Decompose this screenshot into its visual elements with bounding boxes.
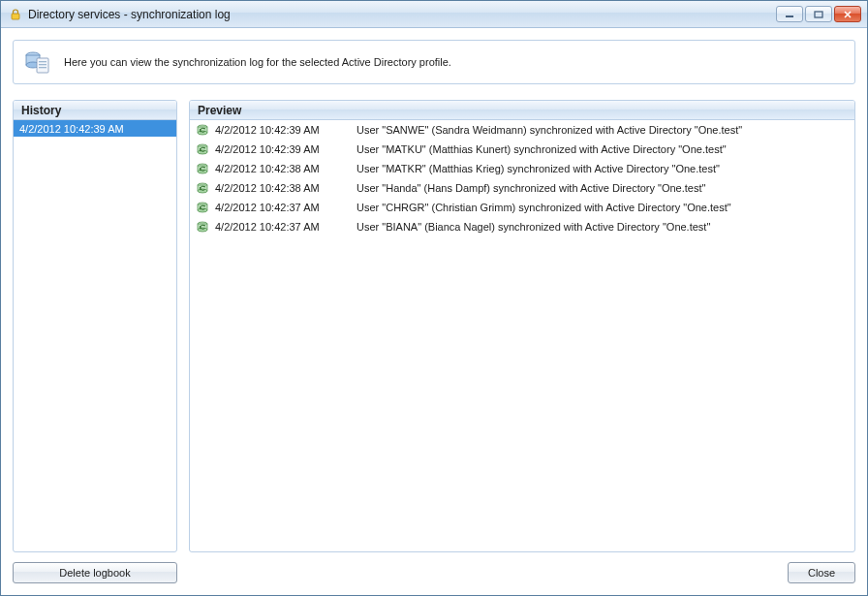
- sync-db-icon: [196, 142, 209, 156]
- row-message: User "SANWE" (Sandra Weidmann) synchroni…: [356, 124, 849, 136]
- svg-rect-1: [786, 16, 793, 17]
- svg-rect-9: [39, 67, 46, 68]
- minimize-button[interactable]: [776, 6, 803, 22]
- sync-db-icon: [196, 123, 209, 137]
- sync-db-icon: [196, 220, 209, 234]
- info-banner: Here you can view the synchronization lo…: [13, 40, 855, 84]
- window-controls: [776, 6, 861, 22]
- preview-row[interactable]: 4/2/2012 10:42:37 AMUser "BIANA" (Bianca…: [190, 217, 854, 236]
- sync-db-icon: [196, 201, 209, 214]
- svg-point-15: [198, 150, 207, 154]
- maximize-button[interactable]: [805, 6, 832, 22]
- row-message: User "MATKR" (Matthias Krieg) synchroniz…: [356, 163, 849, 174]
- directory-server-icon: [23, 48, 52, 76]
- preview-row[interactable]: 4/2/2012 10:42:37 AMUser "CHRGR" (Christ…: [190, 198, 854, 217]
- window-title: Directory services - synchronization log: [28, 8, 776, 21]
- preview-header: Preview: [190, 101, 854, 120]
- panels: History 4/2/2012 10:42:39 AM Preview 4/2…: [13, 100, 855, 552]
- row-message: User "Handa" (Hans Dampf) synchronized w…: [356, 182, 849, 194]
- close-window-button[interactable]: [834, 6, 861, 22]
- preview-row[interactable]: 4/2/2012 10:42:38 AMUser "Handa" (Hans D…: [190, 178, 854, 198]
- svg-point-21: [198, 189, 207, 193]
- button-bar: Delete logbook Close: [13, 562, 855, 583]
- preview-list[interactable]: 4/2/2012 10:42:39 AMUser "SANWE" (Sandra…: [190, 120, 854, 551]
- svg-rect-6: [37, 58, 48, 73]
- row-timestamp: 4/2/2012 10:42:38 AM: [215, 182, 351, 194]
- svg-point-12: [198, 131, 207, 135]
- history-panel: History 4/2/2012 10:42:39 AM: [13, 100, 177, 552]
- svg-point-18: [198, 170, 207, 173]
- close-button[interactable]: Close: [788, 562, 855, 583]
- history-list[interactable]: 4/2/2012 10:42:39 AM: [14, 120, 176, 551]
- svg-rect-2: [815, 12, 822, 17]
- svg-rect-8: [39, 64, 46, 65]
- svg-point-27: [198, 228, 207, 232]
- row-timestamp: 4/2/2012 10:42:39 AM: [215, 124, 351, 136]
- dialog-window: Directory services - synchronization log: [0, 0, 868, 596]
- preview-row[interactable]: 4/2/2012 10:42:38 AMUser "MATKR" (Matthi…: [190, 159, 854, 178]
- sync-db-icon: [196, 181, 209, 195]
- preview-panel: Preview 4/2/2012 10:42:39 AMUser "SANWE"…: [189, 100, 855, 552]
- lock-icon: [9, 8, 22, 21]
- titlebar[interactable]: Directory services - synchronization log: [1, 1, 867, 28]
- preview-row[interactable]: 4/2/2012 10:42:39 AMUser "MATKU" (Matthi…: [190, 140, 854, 159]
- info-text: Here you can view the synchronization lo…: [64, 56, 451, 68]
- svg-rect-7: [39, 61, 46, 62]
- row-message: User "CHRGR" (Christian Grimm) synchroni…: [356, 202, 849, 213]
- row-timestamp: 4/2/2012 10:42:37 AM: [215, 202, 351, 213]
- preview-row[interactable]: 4/2/2012 10:42:39 AMUser "SANWE" (Sandra…: [190, 120, 854, 140]
- row-message: User "BIANA" (Bianca Nagel) synchronized…: [356, 221, 849, 233]
- svg-point-24: [198, 208, 207, 212]
- delete-logbook-button[interactable]: Delete logbook: [13, 562, 177, 583]
- history-item[interactable]: 4/2/2012 10:42:39 AM: [14, 120, 176, 137]
- sync-db-icon: [196, 162, 209, 175]
- row-message: User "MATKU" (Matthias Kunert) synchroni…: [356, 143, 849, 155]
- history-header: History: [14, 101, 176, 120]
- row-timestamp: 4/2/2012 10:42:37 AM: [215, 221, 351, 233]
- row-timestamp: 4/2/2012 10:42:39 AM: [215, 143, 351, 155]
- dialog-content: Here you can view the synchronization lo…: [1, 28, 867, 595]
- svg-rect-0: [12, 14, 19, 19]
- row-timestamp: 4/2/2012 10:42:38 AM: [215, 163, 351, 174]
